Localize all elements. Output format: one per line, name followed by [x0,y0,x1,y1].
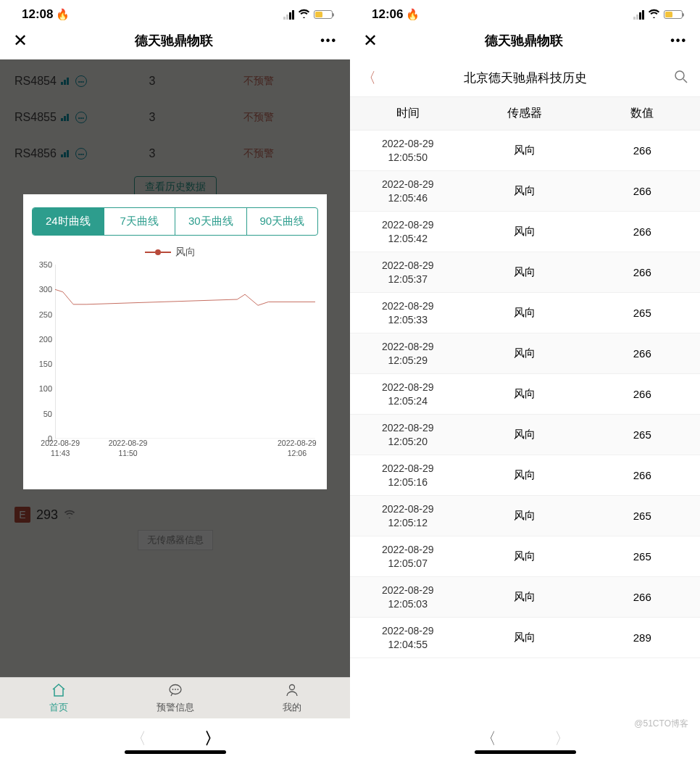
x-tick: 2022-08-2912:06 [268,439,326,458]
table-row[interactable]: 2022-08-2912:05:42 风向 266 [350,212,700,252]
svg-point-14 [177,689,178,690]
cell-value: 266 [585,347,700,360]
cell-time: 2022-08-2912:05:29 [350,336,465,372]
cell-time: 2022-08-2912:04:55 [350,620,465,656]
cell-value: 266 [585,185,700,197]
cell-sensor: 风向 [465,468,584,482]
tabbar-item-0[interactable]: 首页 [0,678,117,718]
cell-sensor: 风向 [465,306,584,320]
close-icon[interactable]: ✕ [363,30,378,51]
x-tick: 2022-08-2911:50 [99,439,157,458]
table-row[interactable]: 2022-08-2912:05:16 风向 266 [350,455,700,496]
cell-sensor: 风向 [465,144,584,157]
cell-value: 266 [585,591,700,603]
y-tick: 350 [39,260,52,269]
table-row[interactable]: 2022-08-2912:05:29 风向 266 [350,333,700,374]
y-tick: 100 [39,384,52,393]
cell-time: 2022-08-2912:05:20 [350,417,465,453]
flame-icon: 🔥 [56,8,70,20]
svg-line-17 [683,79,687,83]
table-row[interactable]: 2022-08-2912:05:03 风向 266 [350,577,700,618]
chart-tab-3[interactable]: 90天曲线 [247,208,318,235]
chart-tab-0[interactable]: 24时曲线 [33,208,104,235]
cell-time: 2022-08-2912:05:12 [350,498,465,534]
history-table-body[interactable]: 2022-08-2912:05:50 风向 2662022-08-2912:05… [350,130,700,718]
tabbar-icon [117,684,233,700]
cell-value: 289 [585,631,700,644]
nav-forward-icon[interactable]: 〉 [204,728,220,750]
table-row[interactable]: 2022-08-2912:05:33 风向 265 [350,293,700,333]
cell-sensor: 风向 [465,590,584,604]
cell-time: 2022-08-2912:05:16 [350,457,465,494]
cell-value: 266 [585,266,700,278]
tabbar-item-2[interactable]: 我的 [233,678,350,718]
cell-value: 266 [585,225,700,238]
cell-time: 2022-08-2912:05:07 [350,539,465,575]
svg-point-12 [172,689,173,690]
app-title: 德天驰鼎物联 [135,32,213,49]
titlebar-left: ✕ 德天驰鼎物联 ••• [0,23,350,59]
cell-time: 2022-08-2912:05:37 [350,254,465,291]
battery-icon [664,10,683,19]
chart-area: 050100150200250300350 2022-08-2911:43202… [32,265,318,468]
legend-line-icon [155,249,161,255]
watermark: @51CTO博客 [634,718,688,730]
x-tick: 2022-08-2911:43 [31,439,89,458]
table-row[interactable]: 2022-08-2912:05:46 风向 266 [350,171,700,212]
more-icon[interactable]: ••• [670,34,687,47]
cell-time: 2022-08-2912:05:33 [350,295,465,331]
statusbar-left: 12:08🔥 [0,0,350,23]
signal-icon [283,10,294,20]
table-row[interactable]: 2022-08-2912:05:20 风向 265 [350,415,700,455]
table-row[interactable]: 2022-08-2912:05:37 风向 266 [350,252,700,293]
home-indicator[interactable] [125,750,226,754]
tabbar-icon [0,684,117,700]
table-row[interactable]: 2022-08-2912:04:55 风向 289 [350,618,700,658]
svg-point-16 [675,71,684,80]
y-tick: 50 [43,410,52,418]
status-time: 12:06🔥 [372,7,420,22]
chart-tabs: 24时曲线7天曲线30天曲线90天曲线 [32,207,318,236]
cell-time: 2022-08-2912:05:42 [350,214,465,250]
cell-time: 2022-08-2912:05:50 [350,133,465,169]
table-row[interactable]: 2022-08-2912:05:12 风向 265 [350,496,700,536]
status-time: 12:08🔥 [22,7,70,22]
cell-time: 2022-08-2912:05:24 [350,376,465,412]
chart-popup: 24时曲线7天曲线30天曲线90天曲线 风向 05010015020025030… [23,194,327,489]
cell-value: 265 [585,428,700,441]
nav-back-icon[interactable]: 〈 [480,728,496,750]
cell-value: 266 [585,388,700,400]
tabbar-icon [233,684,350,700]
phone-right: 12:06🔥 ✕ 德天驰鼎物联 ••• 〈 北京德天驰鼎科技历史 时间 传感器 … [350,0,700,759]
tabbar-item-1[interactable]: 预警信息 [117,678,233,718]
chart-tab-1[interactable]: 7天曲线 [104,208,176,235]
nav-back-icon[interactable]: 〈 [130,728,146,750]
col-header-time: 时间 [350,106,465,121]
cell-value: 266 [585,469,700,481]
table-row[interactable]: 2022-08-2912:05:24 风向 266 [350,374,700,415]
chart-plot[interactable] [55,265,315,439]
cell-sensor: 风向 [465,631,584,644]
cell-sensor: 风向 [465,347,584,360]
search-icon[interactable] [674,70,688,87]
table-row[interactable]: 2022-08-2912:05:50 风向 266 [350,130,700,171]
back-icon[interactable]: 〈 [362,68,376,88]
chart-tab-2[interactable]: 30天曲线 [175,208,247,235]
tabbar-label: 预警信息 [157,702,194,713]
y-tick: 300 [39,285,52,294]
cell-sensor: 风向 [465,225,584,239]
home-indicator[interactable] [475,750,576,754]
col-header-value: 数值 [585,106,700,121]
sub-header: 〈 北京德天驰鼎科技历史 [350,59,700,97]
nav-forward-icon[interactable]: 〉 [554,728,570,750]
more-icon[interactable]: ••• [320,34,337,47]
cell-time: 2022-08-2912:05:46 [350,173,465,210]
close-icon[interactable]: ✕ [13,30,28,51]
phone-left: 12:08🔥 ✕ 德天驰鼎物联 ••• RS4854 ••• 3 不预警RS48… [0,0,350,759]
table-header: 时间 传感器 数值 [350,97,700,130]
table-row[interactable]: 2022-08-2912:05:07 风向 265 [350,536,700,577]
cell-sensor: 风向 [465,428,584,441]
page-title: 北京德天驰鼎科技历史 [464,70,587,86]
svg-point-13 [175,689,176,690]
svg-point-15 [289,685,294,690]
